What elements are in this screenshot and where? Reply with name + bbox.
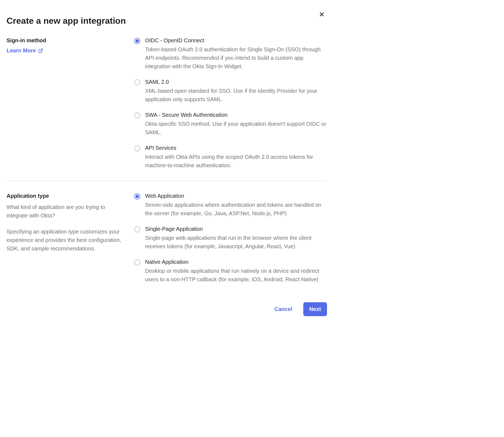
page-title: Create a new app integration (7, 16, 327, 26)
section-sign-in-method: Sign-in method Learn More OIDC - OpenID … (7, 37, 327, 181)
close-icon: ✕ (319, 10, 325, 19)
svg-line-0 (40, 49, 42, 51)
option-desc: Single-page web applications that run in… (145, 234, 327, 251)
create-app-integration-dialog: ✕ Create a new app integration Sign-in m… (7, 8, 327, 316)
option-title: SWA - Secure Web Authentication (145, 112, 327, 118)
option-saml[interactable]: SAML 2.0 XML-based open standard for SSO… (134, 79, 327, 104)
option-title: Native Application (145, 259, 327, 265)
option-oidc[interactable]: OIDC - OpenID Connect Token-based OAuth … (134, 37, 327, 71)
sign-in-method-options: OIDC - OpenID Connect Token-based OAuth … (134, 37, 327, 170)
option-swa[interactable]: SWA - Secure Web Authentication Okta-spe… (134, 112, 327, 137)
radio-icon (134, 38, 140, 44)
option-title: API Services (145, 145, 327, 151)
option-desc: XML-based open standard for SSO. Use if … (145, 87, 327, 104)
radio-icon (134, 226, 140, 232)
external-link-icon (38, 48, 43, 53)
option-title: SAML 2.0 (145, 79, 327, 85)
option-desc: Okta-specific SSO method. Use if your ap… (145, 120, 327, 137)
radio-icon (134, 193, 140, 199)
radio-icon (134, 112, 140, 118)
application-type-options: Web Application Server-side applications… (134, 193, 327, 284)
option-spa[interactable]: Single-Page Application Single-page web … (134, 226, 327, 251)
learn-more-link[interactable]: Learn More (7, 47, 43, 54)
option-desc: Token-based OAuth 2.0 authentication for… (145, 45, 327, 71)
application-type-para-1: What kind of application are you trying … (7, 203, 126, 220)
radio-icon (134, 79, 140, 85)
learn-more-label: Learn More (7, 47, 36, 54)
next-button[interactable]: Next (303, 302, 327, 316)
cancel-button[interactable]: Cancel (273, 302, 294, 316)
dialog-footer: Cancel Next (7, 295, 327, 316)
sign-in-method-heading: Sign-in method (7, 37, 126, 44)
radio-icon (134, 259, 140, 265)
option-native-app[interactable]: Native Application Desktop or mobile app… (134, 259, 327, 284)
option-web-app[interactable]: Web Application Server-side applications… (134, 193, 327, 218)
option-desc: Interact with Okta APIs using the scoped… (145, 153, 327, 170)
option-title: Single-Page Application (145, 226, 327, 232)
option-desc: Server-side applications where authentic… (145, 201, 327, 218)
option-desc: Desktop or mobile applications that run … (145, 267, 327, 284)
option-title: OIDC - OpenID Connect (145, 37, 327, 44)
application-type-para-2: Specifying an application type customize… (7, 228, 126, 253)
section-application-type: Application type What kind of applicatio… (7, 181, 327, 295)
option-title: Web Application (145, 193, 327, 199)
close-button[interactable]: ✕ (318, 10, 326, 19)
option-api-services[interactable]: API Services Interact with Okta APIs usi… (134, 145, 327, 170)
application-type-heading: Application type (7, 193, 126, 199)
radio-icon (134, 145, 140, 151)
